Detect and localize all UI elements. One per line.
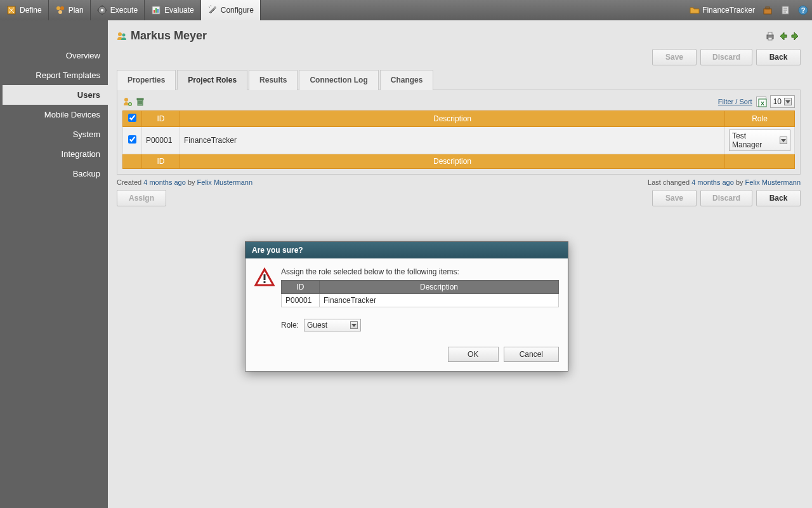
plan-icon bbox=[55, 5, 65, 15]
sidebar-backup[interactable]: Backup bbox=[0, 164, 108, 184]
print-icon[interactable] bbox=[765, 31, 775, 41]
sidebar-system[interactable]: System bbox=[0, 124, 108, 144]
tab-connection-log[interactable]: Connection Log bbox=[299, 70, 378, 90]
user-icon bbox=[117, 31, 127, 41]
save-button-bottom[interactable]: Save bbox=[652, 190, 697, 206]
svg-point-1 bbox=[56, 6, 60, 10]
arrow-right-icon[interactable] bbox=[790, 31, 801, 41]
help-icon: ? bbox=[798, 5, 808, 15]
svg-rect-19 bbox=[768, 32, 772, 35]
sidebar-report-templates[interactable]: Report Templates bbox=[0, 65, 108, 85]
svg-rect-8 bbox=[155, 8, 157, 13]
svg-point-16 bbox=[118, 32, 122, 36]
execute-icon bbox=[97, 5, 107, 15]
dialog-role-value: Guest bbox=[307, 321, 327, 330]
nav-evaluate-label: Evaluate bbox=[164, 6, 194, 15]
arrow-left-icon[interactable] bbox=[778, 31, 788, 41]
changed-info: Last changed 4 months ago by Felix Muste… bbox=[648, 178, 801, 186]
svg-rect-12 bbox=[766, 7, 769, 9]
created-by-link[interactable]: Felix Mustermann bbox=[197, 178, 252, 186]
col-role: Role bbox=[725, 111, 795, 127]
back-button-top[interactable]: Back bbox=[756, 49, 801, 65]
tab-properties[interactable]: Properties bbox=[117, 70, 176, 90]
changed-by-link[interactable]: Felix Mustermann bbox=[745, 178, 801, 186]
dialog-message: Assign the role selected below to the fo… bbox=[281, 267, 559, 276]
chevron-down-icon bbox=[780, 137, 787, 144]
svg-rect-9 bbox=[157, 9, 159, 13]
svg-point-17 bbox=[122, 33, 126, 36]
nav-plan-label: Plan bbox=[69, 6, 84, 15]
folder-icon bbox=[690, 5, 700, 15]
row-checkbox[interactable] bbox=[128, 135, 136, 144]
tab-results[interactable]: Results bbox=[249, 70, 298, 90]
tab-body: Filter / Sort X 10 ID Description Role bbox=[117, 90, 801, 175]
row-role-select[interactable]: Test Manager bbox=[729, 130, 790, 151]
define-icon bbox=[6, 5, 16, 15]
nav-define-label: Define bbox=[20, 6, 42, 15]
svg-point-21 bbox=[124, 98, 128, 102]
dialog-cancel-button[interactable]: Cancel bbox=[504, 347, 559, 362]
col-id-footer: ID bbox=[142, 154, 180, 169]
nav-evaluate[interactable]: Evaluate bbox=[145, 0, 201, 20]
configure-icon bbox=[207, 5, 218, 15]
dialog-items-table: ID Description P00001 FinanceTracker bbox=[281, 280, 559, 307]
back-button-bottom[interactable]: Back bbox=[756, 190, 801, 206]
chevron-down-icon bbox=[350, 321, 358, 329]
project-name: FinanceTracker bbox=[702, 6, 755, 15]
page-size-value: 10 bbox=[773, 97, 782, 106]
sidebar-overview[interactable]: Overview bbox=[0, 46, 108, 65]
row-description: FinanceTracker bbox=[180, 127, 725, 154]
tabs: Properties Project Roles Results Connect… bbox=[117, 69, 801, 90]
discard-button-bottom[interactable]: Discard bbox=[700, 190, 752, 206]
toolbar-log[interactable] bbox=[776, 0, 794, 20]
project-selector[interactable]: FinanceTracker bbox=[686, 0, 759, 20]
svg-rect-7 bbox=[154, 10, 155, 13]
dialog-title: Are you sure? bbox=[246, 242, 568, 258]
sidebar-integration[interactable]: Integration bbox=[0, 144, 108, 164]
svg-rect-24 bbox=[137, 98, 143, 100]
svg-rect-11 bbox=[764, 9, 771, 14]
nav-configure[interactable]: Configure bbox=[201, 0, 261, 20]
table-row: P00001 FinanceTracker Test Manager bbox=[123, 127, 795, 154]
filter-sort-link[interactable]: Filter / Sort bbox=[718, 98, 752, 105]
dialog-ok-button[interactable]: OK bbox=[448, 347, 499, 362]
dialog-role-select[interactable]: Guest bbox=[304, 319, 361, 331]
col-description-footer: Description bbox=[180, 154, 725, 169]
nav-execute[interactable]: Execute bbox=[91, 0, 145, 20]
tab-project-roles[interactable]: Project Roles bbox=[177, 70, 247, 90]
nav-define[interactable]: Define bbox=[0, 0, 49, 20]
nav-execute-label: Execute bbox=[110, 6, 138, 15]
toolbar-help[interactable]: ? bbox=[794, 0, 812, 20]
log-icon bbox=[780, 5, 790, 15]
changed-time-link[interactable]: 4 months ago bbox=[691, 178, 734, 186]
top-toolbar: Define Plan Execute Evaluate Configure F… bbox=[0, 0, 812, 20]
nav-plan[interactable]: Plan bbox=[49, 0, 91, 20]
dlg-col-id: ID bbox=[282, 281, 320, 294]
save-button-top[interactable]: Save bbox=[652, 49, 697, 65]
svg-text:?: ? bbox=[801, 6, 806, 14]
svg-rect-27 bbox=[264, 274, 266, 280]
assign-button[interactable]: Assign bbox=[117, 190, 166, 206]
dlg-row-description: FinanceTracker bbox=[320, 294, 559, 307]
role-label: Role: bbox=[281, 321, 299, 330]
assign-user-icon[interactable] bbox=[122, 97, 133, 107]
svg-point-3 bbox=[58, 10, 62, 14]
delete-icon[interactable] bbox=[135, 97, 145, 107]
svg-point-10 bbox=[214, 6, 216, 9]
tab-changes[interactable]: Changes bbox=[380, 70, 434, 90]
discard-button-top[interactable]: Discard bbox=[700, 49, 752, 65]
chevron-down-icon bbox=[784, 98, 792, 105]
col-id: ID bbox=[142, 111, 180, 127]
select-all-checkbox[interactable] bbox=[128, 114, 136, 122]
col-description: Description bbox=[180, 111, 725, 127]
svg-rect-28 bbox=[264, 281, 266, 283]
created-time-link[interactable]: 4 months ago bbox=[143, 178, 186, 186]
toolbar-settings[interactable] bbox=[759, 0, 776, 20]
sidebar-users[interactable]: Users bbox=[0, 85, 108, 105]
sidebar-mobile-devices[interactable]: Mobile Devices bbox=[0, 105, 108, 124]
confirm-dialog: Are you sure? Assign the role selected b… bbox=[245, 241, 568, 371]
excel-export-icon[interactable]: X bbox=[756, 97, 766, 107]
svg-text:X: X bbox=[761, 100, 764, 107]
row-role-value: Test Manager bbox=[732, 131, 777, 149]
page-size-select[interactable]: 10 bbox=[770, 95, 795, 108]
